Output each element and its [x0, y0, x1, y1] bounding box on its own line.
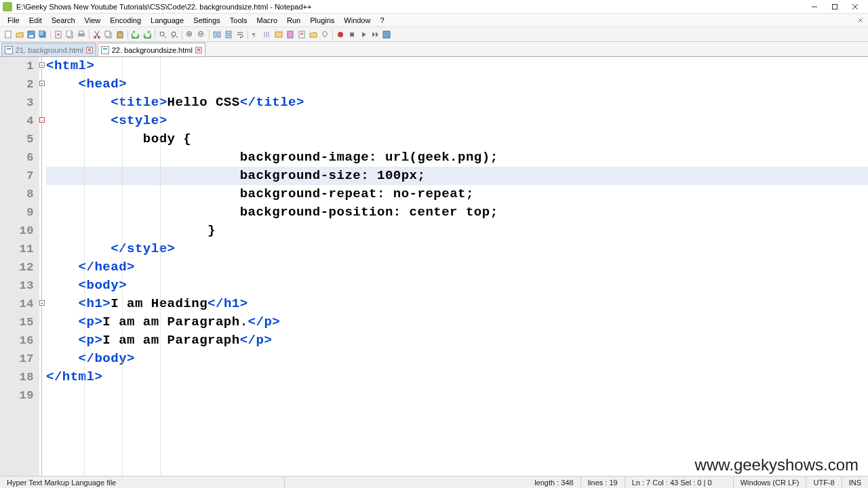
- wrap-icon[interactable]: [235, 29, 245, 40]
- status-insert-mode[interactable]: INS: [842, 476, 868, 488]
- svg-rect-35: [218, 32, 220, 37]
- menu-language[interactable]: Language: [146, 15, 189, 26]
- svg-rect-1: [833, 4, 837, 9]
- svg-rect-50: [350, 33, 354, 37]
- doc-map-icon[interactable]: [285, 29, 296, 40]
- window-title: E:\Geeky Shows New Youtube Tutorials\CSS…: [16, 3, 804, 11]
- tab-label: 22. backgroundsize.html: [112, 46, 193, 54]
- menu-search[interactable]: Search: [47, 15, 80, 26]
- svg-rect-43: [288, 31, 293, 38]
- cut-icon[interactable]: [92, 29, 102, 40]
- svg-point-49: [338, 32, 343, 37]
- open-icon[interactable]: [14, 29, 25, 40]
- app-icon: [3, 2, 12, 12]
- redo-icon[interactable]: [142, 29, 153, 40]
- find-icon[interactable]: [157, 29, 168, 40]
- status-length: length : 348: [528, 476, 581, 488]
- tab-close-icon[interactable]: ✕: [195, 47, 202, 54]
- menu-edit[interactable]: Edit: [24, 15, 47, 26]
- svg-point-26: [160, 32, 164, 36]
- menu-help[interactable]: ?: [375, 15, 389, 26]
- svg-point-21: [98, 36, 100, 38]
- record-macro-icon[interactable]: [335, 29, 346, 40]
- svg-rect-34: [214, 32, 216, 37]
- minimize-button[interactable]: [804, 1, 825, 13]
- svg-rect-6: [5, 31, 11, 38]
- menu-plugins[interactable]: Plugins: [305, 15, 339, 26]
- menu-bar: File Edit Search View Encoding Language …: [0, 14, 868, 27]
- zoom-out-icon[interactable]: [196, 29, 207, 40]
- sync-h-icon[interactable]: [223, 29, 234, 40]
- status-position: Ln : 7 Col : 43 Sel : 0 | 0: [625, 476, 734, 488]
- close-button[interactable]: [845, 1, 865, 13]
- close-file-icon[interactable]: [53, 29, 64, 40]
- tab-file-2[interactable]: 22. backgroundsize.html ✕: [98, 43, 205, 56]
- svg-rect-23: [105, 31, 110, 37]
- indent-guide-icon[interactable]: [262, 29, 273, 40]
- menu-tools[interactable]: Tools: [225, 15, 252, 26]
- monitor-icon[interactable]: [319, 29, 330, 40]
- fold-minus-icon[interactable]: -: [39, 117, 45, 123]
- status-bar: Hyper Text Markup Language file length :…: [0, 476, 868, 488]
- play-macro-icon[interactable]: [358, 29, 369, 40]
- svg-rect-8: [29, 35, 33, 37]
- status-eol[interactable]: Windows (CR LF): [734, 476, 807, 488]
- tab-close-icon[interactable]: ✕: [86, 47, 93, 54]
- menu-encoding[interactable]: Encoding: [105, 15, 146, 26]
- tab-bar: 21. background.html ✕ 22. backgroundsize…: [0, 42, 868, 57]
- fold-column[interactable]: - - - -: [39, 57, 46, 477]
- svg-rect-25: [119, 31, 121, 33]
- stop-macro-icon[interactable]: [347, 29, 357, 40]
- folder-view-icon[interactable]: [308, 29, 319, 40]
- menu-file[interactable]: File: [3, 15, 24, 26]
- svg-rect-51: [383, 31, 390, 38]
- save-all-icon[interactable]: [37, 29, 48, 40]
- status-encoding[interactable]: UTF-8: [806, 476, 842, 488]
- func-list-icon[interactable]: [296, 29, 307, 40]
- menu-macro[interactable]: Macro: [252, 15, 282, 26]
- svg-point-20: [94, 36, 96, 38]
- save-macro-icon[interactable]: [381, 29, 392, 40]
- close-all-icon[interactable]: [64, 29, 75, 40]
- status-lines: lines : 19: [581, 476, 625, 488]
- svg-line-27: [164, 36, 166, 38]
- editor[interactable]: 12345678910111213141516171819 - - - - <h…: [0, 57, 868, 477]
- svg-point-28: [172, 32, 176, 36]
- tab-file-1[interactable]: 21. background.html ✕: [1, 43, 96, 56]
- toolbar: ¶: [0, 27, 868, 42]
- play-multi-icon[interactable]: [370, 29, 380, 40]
- svg-text:¶: ¶: [252, 32, 255, 38]
- menu-view[interactable]: View: [80, 15, 106, 26]
- show-all-chars-icon[interactable]: ¶: [250, 29, 261, 40]
- undo-icon[interactable]: [130, 29, 141, 40]
- replace-icon[interactable]: [169, 29, 180, 40]
- paste-icon[interactable]: [115, 29, 125, 40]
- lang-icon[interactable]: [273, 29, 284, 40]
- svg-rect-42: [275, 32, 282, 37]
- maximize-button[interactable]: [825, 1, 845, 13]
- file-icon: [101, 46, 109, 54]
- code-area[interactable]: <html> <head> <title>Hello CSS</title> <…: [46, 57, 868, 477]
- menu-window[interactable]: Window: [339, 15, 375, 26]
- print-icon[interactable]: [76, 29, 87, 40]
- zoom-in-icon[interactable]: [184, 29, 195, 40]
- secondary-close-icon[interactable]: [856, 16, 865, 25]
- menu-settings[interactable]: Settings: [189, 15, 225, 26]
- new-icon[interactable]: [3, 29, 14, 40]
- title-bar: E:\Geeky Shows New Youtube Tutorials\CSS…: [0, 0, 868, 14]
- line-gutter: 12345678910111213141516171819: [0, 57, 39, 477]
- save-icon[interactable]: [26, 29, 37, 40]
- svg-rect-17: [79, 31, 83, 34]
- menu-run[interactable]: Run: [282, 15, 305, 26]
- fold-minus-icon[interactable]: -: [39, 62, 45, 68]
- svg-rect-15: [66, 30, 71, 37]
- svg-rect-36: [226, 31, 231, 34]
- sync-v-icon[interactable]: [212, 29, 222, 40]
- fold-minus-icon[interactable]: -: [39, 81, 45, 86]
- svg-rect-24: [117, 32, 123, 38]
- svg-rect-37: [226, 35, 231, 38]
- copy-icon[interactable]: [103, 29, 114, 40]
- watermark: www.geekyshows.com: [695, 455, 859, 474]
- fold-minus-icon[interactable]: -: [39, 300, 45, 306]
- file-icon: [5, 46, 13, 54]
